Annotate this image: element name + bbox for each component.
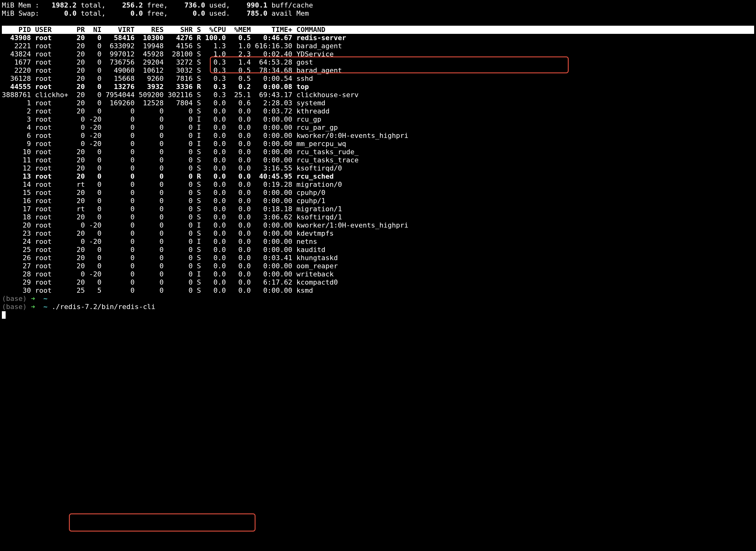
- process-row: 23 root 20 0 0 0 0 S 0.0 0.0 0:00.00 kde…: [2, 229, 754, 237]
- blank-line: [2, 18, 754, 26]
- process-row: 16 root 20 0 0 0 0 S 0.0 0.0 0:00.00 cpu…: [2, 197, 754, 205]
- process-row: 24 root 0 -20 0 0 0 I 0.0 0.0 0:00.00 ne…: [2, 237, 754, 246]
- process-row: 28 root 0 -20 0 0 0 I 0.0 0.0 0:00.00 wr…: [2, 270, 754, 278]
- shell-prompt-1[interactable]: (base) ➜ ~: [2, 295, 754, 303]
- process-row: 43824 root 20 0 997012 45928 28100 S 1.0…: [2, 50, 754, 58]
- mem-line: MiB Mem : 1982.2 total, 256.2 free, 736.…: [2, 1, 754, 9]
- process-row: 18 root 20 0 0 0 0 S 0.0 0.0 3:06.62 kso…: [2, 213, 754, 221]
- process-row: 36128 root 20 0 15668 9260 7816 S 0.3 0.…: [2, 75, 754, 83]
- prompt-arrow-icon: ➜: [31, 295, 35, 303]
- cursor-icon: [2, 311, 6, 319]
- process-row: 1 root 20 0 169260 12528 7804 S 0.0 0.6 …: [2, 99, 754, 107]
- process-row: 20 root 0 -20 0 0 0 I 0.0 0.0 0:00.00 kw…: [2, 221, 754, 229]
- swap-line: MiB Swap: 0.0 total, 0.0 free, 0.0 used.…: [2, 9, 754, 18]
- process-row: 17 root rt 0 0 0 0 S 0.0 0.0 0:18.18 mig…: [2, 205, 754, 213]
- prompt-cwd: ~: [43, 295, 47, 303]
- process-row: 1677 root 20 0 736756 29204 3272 S 0.3 1…: [2, 58, 754, 66]
- process-row: 14 root rt 0 0 0 0 S 0.0 0.0 0:19.28 mig…: [2, 180, 754, 189]
- mem-buff: 990.1: [234, 1, 267, 9]
- mem-used: 736.0: [172, 1, 205, 9]
- swap-free: 0.0: [110, 9, 143, 17]
- prompt-arrow-icon: ➜: [31, 303, 35, 311]
- prompt-env: (base): [2, 295, 27, 303]
- process-row: 29 root 20 0 0 0 0 S 0.0 0.0 6:17.62 kco…: [2, 278, 754, 287]
- process-row: 26 root 20 0 0 0 0 S 0.0 0.0 0:03.41 khu…: [2, 254, 754, 262]
- swap-used: 0.0: [172, 9, 205, 17]
- process-row: 25 root 20 0 0 0 0 S 0.0 0.0 0:00.00 kau…: [2, 246, 754, 254]
- shell-prompt-2[interactable]: (base) ➜ ~ ./redis-7.2/bin/redis-cli: [2, 303, 754, 311]
- prompt-cwd: ~: [43, 303, 47, 311]
- process-row: 10 root 20 0 0 0 0 S 0.0 0.0 0:00.00 rcu…: [2, 148, 754, 156]
- swap-avail: 785.0: [234, 9, 267, 17]
- prompt-env: (base): [2, 303, 27, 311]
- process-row: 9 root 0 -20 0 0 0 I 0.0 0.0 0:00.00 mm_…: [2, 140, 754, 148]
- mem-total: 1982.2: [43, 1, 76, 9]
- process-row: 4 root 0 -20 0 0 0 I 0.0 0.0 0:00.00 rcu…: [2, 123, 754, 132]
- process-row: 3888761 clickho+ 20 0 7954044 509200 302…: [2, 91, 754, 99]
- process-row: 6 root 0 -20 0 0 0 I 0.0 0.0 0:00.00 kwo…: [2, 132, 754, 140]
- process-table-header: PID USER PR NI VIRT RES SHR S %CPU %MEM …: [2, 26, 754, 34]
- process-row: 44555 root 20 0 13276 3932 3336 R 0.3 0.…: [2, 83, 754, 91]
- terminal-output: MiB Mem : 1982.2 total, 256.2 free, 736.…: [0, 0, 756, 320]
- process-row: 12 root 20 0 0 0 0 S 0.0 0.0 3:16.55 kso…: [2, 164, 754, 172]
- process-row: 3 root 0 -20 0 0 0 I 0.0 0.0 0:00.00 rcu…: [2, 115, 754, 123]
- cursor-line[interactable]: [2, 311, 754, 319]
- process-row: 2220 root 20 0 49060 10612 3032 S 0.3 0.…: [2, 66, 754, 75]
- typed-command[interactable]: ./redis-7.2/bin/redis-cli: [52, 303, 155, 311]
- process-row: 27 root 20 0 0 0 0 S 0.0 0.0 0:00.00 oom…: [2, 262, 754, 270]
- mem-free: 256.2: [110, 1, 143, 9]
- highlight-box-prompt-cmd: [69, 513, 256, 532]
- process-row: 2221 root 20 0 633092 19948 4156 S 1.3 1…: [2, 42, 754, 50]
- process-row: 2 root 20 0 0 0 0 S 0.0 0.0 0:03.72 kthr…: [2, 107, 754, 115]
- process-row: 43908 root 20 0 58416 10300 4276 R 100.0…: [2, 34, 754, 42]
- process-row: 30 root 25 5 0 0 0 S 0.0 0.0 0:00.00 ksm…: [2, 287, 754, 295]
- swap-total: 0.0: [43, 9, 76, 17]
- process-row: 15 root 20 0 0 0 0 S 0.0 0.0 0:00.00 cpu…: [2, 189, 754, 197]
- process-row: 13 root 20 0 0 0 0 R 0.0 0.0 40:45.95 rc…: [2, 172, 754, 180]
- process-row: 11 root 20 0 0 0 0 S 0.0 0.0 0:00.00 rcu…: [2, 156, 754, 164]
